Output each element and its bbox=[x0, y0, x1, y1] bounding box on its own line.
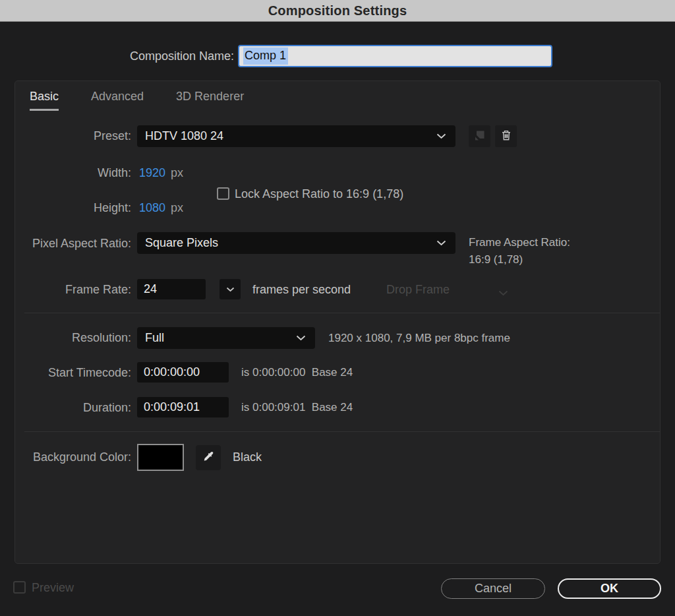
duration-info: is 0:00:09:01 Base 24 bbox=[241, 401, 353, 414]
chevron-down-icon bbox=[498, 287, 508, 299]
height-unit: px bbox=[171, 201, 183, 214]
background-color-label: Background Color: bbox=[15, 450, 131, 464]
ok-button[interactable]: OK bbox=[558, 578, 661, 599]
frames-per-second-label: frames per second bbox=[252, 283, 351, 297]
settings-panel: Basic Advanced 3D Renderer Preset: HDTV … bbox=[15, 80, 660, 564]
width-unit: px bbox=[171, 166, 183, 179]
save-preset-button[interactable] bbox=[469, 125, 490, 147]
pixel-aspect-ratio-label: Pixel Aspect Ratio: bbox=[15, 237, 131, 251]
divider bbox=[24, 313, 660, 313]
frame-aspect-ratio-value: 16:9 (1,78) bbox=[469, 251, 570, 268]
drop-frame-dropdown: Drop Frame bbox=[386, 283, 450, 297]
background-color-name: Black bbox=[233, 450, 262, 464]
dialog-titlebar: Composition Settings bbox=[0, 0, 675, 22]
duration-label: Duration: bbox=[15, 401, 131, 415]
chevron-down-icon bbox=[436, 133, 446, 139]
dialog-title: Composition Settings bbox=[268, 3, 407, 18]
resolution-dropdown[interactable]: Full bbox=[137, 327, 315, 349]
resolution-info: 1920 x 1080, 7,9 MB per 8bpc frame bbox=[328, 332, 510, 345]
delete-preset-button[interactable] bbox=[495, 125, 517, 147]
preset-dropdown[interactable]: HDTV 1080 24 bbox=[137, 125, 455, 147]
preview-checkbox[interactable] bbox=[13, 581, 26, 594]
eyedropper-icon bbox=[202, 450, 216, 466]
width-label: Width: bbox=[15, 166, 131, 180]
composition-name-label: Composition Name: bbox=[0, 49, 234, 63]
tab-basic[interactable]: Basic bbox=[30, 90, 59, 111]
start-timecode-input[interactable] bbox=[137, 362, 229, 383]
width-value[interactable]: 1920px bbox=[139, 166, 183, 180]
resolution-label: Resolution: bbox=[15, 331, 131, 345]
preset-label: Preset: bbox=[15, 129, 131, 143]
composition-name-input[interactable]: Comp 1 bbox=[238, 45, 552, 67]
frame-rate-label: Frame Rate: bbox=[15, 283, 131, 297]
preset-value: HDTV 1080 24 bbox=[145, 129, 223, 143]
frame-rate-dropdown-button[interactable] bbox=[220, 279, 241, 299]
frame-rate-input[interactable] bbox=[137, 279, 206, 299]
tab-advanced[interactable]: Advanced bbox=[91, 90, 144, 111]
pixel-aspect-ratio-value: Square Pixels bbox=[145, 236, 218, 250]
cancel-button[interactable]: Cancel bbox=[441, 578, 545, 599]
save-preset-icon bbox=[473, 129, 486, 144]
chevron-down-icon bbox=[226, 284, 235, 294]
lock-aspect-label: Lock Aspect Ratio to 16:9 (1,78) bbox=[235, 187, 403, 201]
divider bbox=[24, 431, 660, 432]
frame-aspect-ratio: Frame Aspect Ratio: 16:9 (1,78) bbox=[469, 234, 570, 268]
height-label: Height: bbox=[15, 201, 131, 215]
chevron-down-icon bbox=[296, 335, 306, 341]
trash-icon bbox=[500, 129, 513, 144]
tab-3d-renderer[interactable]: 3D Renderer bbox=[176, 90, 244, 111]
start-timecode-label: Start Timecode: bbox=[15, 366, 131, 380]
resolution-value: Full bbox=[145, 331, 164, 345]
height-value[interactable]: 1080px bbox=[139, 201, 183, 215]
lock-aspect-checkbox[interactable] bbox=[217, 187, 229, 200]
composition-name-value: Comp 1 bbox=[243, 47, 288, 65]
chevron-down-icon bbox=[436, 240, 446, 246]
tab-bar: Basic Advanced 3D Renderer bbox=[30, 90, 244, 111]
background-color-swatch[interactable] bbox=[137, 444, 184, 471]
eyedropper-button[interactable] bbox=[196, 445, 221, 470]
frame-aspect-ratio-label: Frame Aspect Ratio: bbox=[469, 234, 570, 251]
start-timecode-info: is 0:00:00:00 Base 24 bbox=[241, 366, 353, 379]
duration-input[interactable] bbox=[137, 397, 229, 417]
preview-label: Preview bbox=[32, 581, 74, 595]
pixel-aspect-ratio-dropdown[interactable]: Square Pixels bbox=[137, 232, 455, 254]
